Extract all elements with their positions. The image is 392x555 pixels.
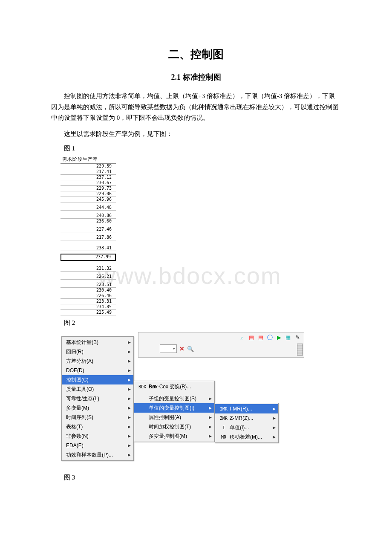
chevron-right-icon: ▶	[273, 416, 276, 420]
chevron-right-icon: ▶	[209, 406, 212, 410]
data-cell[interactable]: 226.21	[61, 274, 116, 280]
menu-item-label: 表格(T)	[66, 423, 120, 431]
toolbar-doc-icon[interactable]: ▤	[248, 334, 255, 341]
toolbar-close-icon[interactable]: ✕	[179, 345, 184, 352]
menu-item[interactable]: 质量工具(O)▶	[62, 384, 133, 394]
data-cell[interactable]: 245.96	[61, 197, 116, 202]
individuals-chart-submenu: IMRI-MR(R)...▶ZMRZ-MR(Z)...▶I单值(I)...▶MR…	[215, 403, 279, 443]
menu-item[interactable]: 可靠性/生存(L)▶	[62, 394, 133, 403]
menu-item[interactable]: I单值(I)...▶	[215, 423, 278, 432]
menu-item[interactable]: 非参数(N)▶	[62, 431, 133, 441]
data-cell[interactable]: 223.31	[61, 299, 116, 304]
menu-item[interactable]: 子组的变量控制图(S)▶	[134, 394, 214, 403]
data-cell[interactable]: 225.49	[61, 310, 116, 315]
menu-item-label: 方差分析(A)	[66, 358, 120, 365]
figure-2-label: 图 2	[51, 319, 341, 327]
toolbar-info-icon[interactable]: ⓘ	[267, 334, 274, 341]
menu-item[interactable]: 方差分析(A)▶	[62, 356, 133, 366]
menu-item-label: 回归(R)	[66, 348, 120, 356]
menu-item[interactable]: 多变量(M)▶	[62, 403, 133, 413]
menu-item-label: 属性控制图(A)	[149, 414, 201, 421]
stats-main-menu: 基本统计量(B)▶回归(R)▶方差分析(A)▶DOE(D)▶控制图(C)▶质量工…	[61, 336, 134, 461]
menu-item[interactable]: 时间序列(S)▶	[62, 413, 133, 422]
data-cell[interactable]: 229.39	[61, 164, 116, 169]
data-cell[interactable]: 229.73	[61, 186, 116, 191]
menu-item[interactable]: 多变量控制图(M)▶	[134, 431, 214, 441]
menu-item[interactable]: BOX COXBox-Cox 变换(B)...	[134, 382, 214, 391]
menu-item-label: 控制图(C)	[66, 376, 120, 384]
chevron-right-icon: ▶	[128, 434, 131, 438]
column-header: 需求阶段生产率	[61, 155, 116, 164]
chevron-right-icon: ▶	[273, 407, 276, 411]
chevron-right-icon: ▶	[128, 453, 131, 457]
menu-item[interactable]: DOE(D)▶	[62, 366, 133, 375]
data-cell[interactable]: 227.46	[61, 227, 116, 232]
chevron-right-icon: ▶	[128, 406, 131, 410]
menu-item-label: 移动极差(M)...	[230, 434, 265, 441]
menu-item-label: EDA(E)	[66, 442, 120, 448]
chevron-right-icon: ▶	[128, 396, 131, 401]
page-title: 二、控制图	[51, 47, 341, 62]
data-cell[interactable]: 240.86	[61, 213, 116, 219]
data-cell[interactable]: 217.86	[61, 235, 116, 240]
menu-item-label: 子组的变量控制图(S)	[149, 395, 201, 402]
menu-item-label: 单值(I)...	[230, 424, 265, 431]
menu-item[interactable]: IMRI-MR(R)...▶	[215, 404, 278, 413]
data-cell[interactable]: 229.06	[61, 191, 116, 197]
toolbar-icons: ⌕ ▤ ▤ ⓘ ▶ ▦ ✎	[239, 334, 301, 341]
toolbar-play-icon[interactable]: ▶	[276, 334, 283, 341]
menu-item[interactable]: EDA(E)▶	[62, 441, 133, 450]
data-cell[interactable]: 237.99	[61, 254, 116, 261]
menu-item[interactable]: MR移动极差(M)...▶	[215, 432, 278, 442]
data-cell[interactable]: 231.32	[61, 266, 116, 272]
data-cell[interactable]: 236.60	[61, 219, 116, 224]
data-cell[interactable]: 230.40	[61, 288, 116, 293]
menu-item-label: 时间加权控制图(T)	[149, 423, 201, 431]
data-cell[interactable]: 228.51	[61, 282, 116, 288]
chevron-right-icon: ▶	[209, 425, 212, 429]
data-cell[interactable]: 217.41	[61, 169, 116, 175]
watermark-text: www.bdocx.com	[98, 262, 282, 289]
menu-item[interactable]: 基本统计量(B)▶	[62, 338, 133, 347]
menu-item-label: Z-MR(Z)...	[230, 415, 265, 421]
menu-item-label: 可靠性/生存(L)	[66, 395, 120, 402]
data-cell[interactable]: 230.67	[61, 180, 116, 186]
control-chart-submenu: BOX COXBox-Cox 变换(B)...子组的变量控制图(S)▶单值的变量…	[134, 381, 215, 442]
toolbar-list-icon[interactable]: ▦	[285, 334, 292, 341]
menu-item-label: 多变量控制图(M)	[149, 433, 201, 440]
menu-item[interactable]: 控制图(C)▶	[62, 375, 133, 384]
chevron-right-icon: ▶	[128, 387, 131, 391]
toolbar-search-icon[interactable]: ⌕	[239, 334, 246, 341]
menu-item[interactable]: 表格(T)▶	[62, 422, 133, 431]
menu-item-label: 单值的变量控制图(I)	[149, 405, 201, 412]
data-cell[interactable]: 234.85	[61, 304, 116, 310]
toolbar-magnify-icon[interactable]: 🔍	[187, 346, 194, 352]
menu-item[interactable]: 单值的变量控制图(I)▶	[134, 403, 214, 413]
toolbar: ⌕ ▤ ▤ ⓘ ▶ ▦ ✎ ▾ ✕ 🔍	[138, 332, 304, 358]
toolbar-dropdown[interactable]: ▾	[160, 344, 177, 353]
chevron-right-icon: ▶	[128, 368, 131, 373]
menu-item[interactable]: 属性控制图(A)▶	[134, 413, 214, 422]
figure-3-label: 图 3	[51, 474, 341, 482]
menu-item[interactable]: 时间加权控制图(T)▶	[134, 422, 214, 431]
chevron-right-icon: ▶	[128, 359, 131, 363]
data-cell[interactable]: 244.48	[61, 205, 116, 211]
chevron-right-icon: ▶	[209, 396, 212, 401]
data-cell[interactable]: 237.12	[61, 175, 116, 180]
toolbar-doc2-icon[interactable]: ▤	[258, 334, 265, 341]
paragraph-1: 控制图的使用方法非常简单，均值、上限（均值+3 倍标准差），下限（均值-3 倍标…	[51, 91, 341, 124]
chevron-right-icon: ▶	[128, 340, 131, 344]
toolbar-edit-icon[interactable]: ✎	[294, 334, 301, 341]
menu-item[interactable]: 功效和样本数量(P)...▶	[62, 450, 133, 460]
chevron-right-icon: ▶	[128, 443, 131, 448]
menu-item-icon: I	[219, 425, 228, 430]
menu-item-label: 质量工具(O)	[66, 386, 120, 393]
toolbar-scrollbar[interactable]	[297, 344, 303, 356]
chevron-right-icon: ▶	[128, 425, 131, 429]
data-cell[interactable]: 238.41	[61, 246, 116, 251]
figure-1-label: 图 1	[51, 145, 341, 153]
menu-item[interactable]: ZMRZ-MR(Z)...▶	[215, 413, 278, 423]
data-cell[interactable]: 226.46	[61, 293, 116, 299]
menu-item-icon: ZMR	[219, 416, 228, 421]
menu-item[interactable]: 回归(R)▶	[62, 347, 133, 356]
